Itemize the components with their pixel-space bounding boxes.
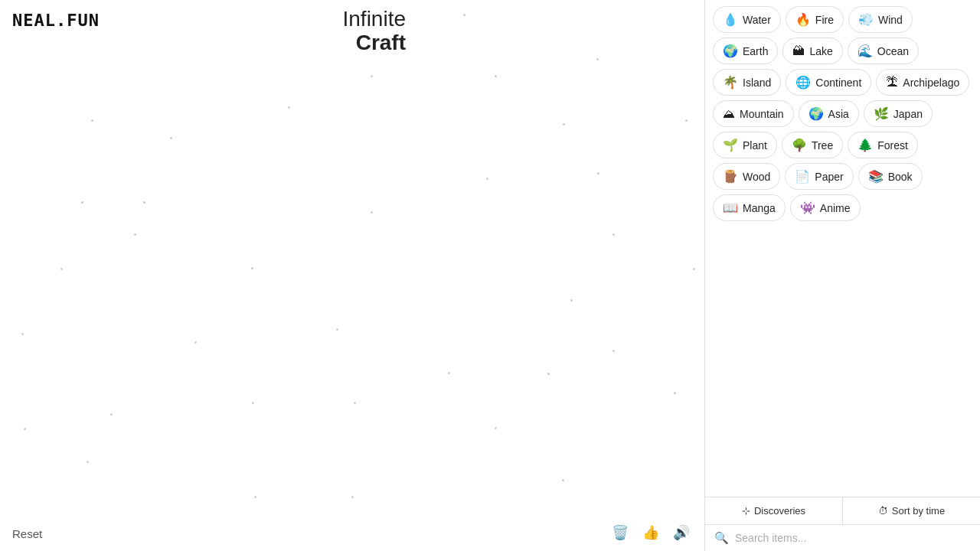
thumbsup-icon[interactable]: 👍 [640,522,662,543]
item-emoji: 🌐 [795,75,811,90]
item-island[interactable]: 🌴Island [713,69,781,96]
item-wood[interactable]: 🪵Wood [713,163,780,190]
dot [674,392,676,394]
item-emoji: 🌲 [858,138,873,152]
item-ocean[interactable]: 🌊Ocean [848,37,919,64]
item-label: Tree [812,139,833,152]
item-emoji: 🪵 [723,169,738,184]
sort-label: Sort by time [892,505,945,517]
item-emoji: 🌊 [858,44,873,58]
dot [486,178,488,180]
item-archipelago[interactable]: 🏝Archipelago [876,69,969,96]
dot [693,268,695,270]
dot [288,106,290,109]
dot [612,350,615,352]
item-label: Island [743,77,771,89]
dot [81,201,83,204]
dot [562,479,564,481]
item-emoji: 💧 [723,12,738,27]
canvas-area[interactable]: NEAL.FUN Infinite Craft Reset 🗑️ 👍 🔊 [0,0,704,551]
item-label: Wood [743,171,770,183]
item-continent[interactable]: 🌐Continent [786,69,871,96]
dot [91,119,93,122]
dot [596,58,599,60]
item-label: Water [743,14,771,26]
item-emoji: 👾 [800,201,815,215]
item-label: Paper [815,171,843,183]
item-emoji: 🌿 [874,106,889,121]
item-label: Asia [828,108,849,120]
dot [354,402,356,404]
logo: NEAL.FUN [12,11,100,30]
dot [597,172,599,174]
dot [570,299,573,302]
search-input[interactable] [735,532,971,544]
item-label: Anime [820,202,851,214]
item-emoji: 📚 [868,169,884,184]
item-label: Book [888,171,913,183]
dot [134,233,136,236]
item-forest[interactable]: 🌲Forest [848,132,918,158]
item-emoji: 🏔 [792,44,805,58]
item-emoji: 💨 [858,12,874,27]
item-wind[interactable]: 💨Wind [848,6,913,33]
dot [371,75,373,77]
item-earth[interactable]: 🌍Earth [713,37,778,64]
dot [60,268,63,270]
dot [563,123,565,126]
dot [448,372,450,374]
item-label: Ocean [877,45,909,57]
item-water[interactable]: 💧Water [713,6,781,33]
item-label: Plant [743,139,767,152]
item-asia[interactable]: 🌍Asia [799,100,859,127]
dot [143,201,145,204]
dot [194,341,197,344]
item-anime[interactable]: 👾Anime [790,194,861,221]
discoveries-icon: ⊹ [742,505,750,517]
item-label: Wind [878,14,903,26]
item-label: Mountain [740,108,784,120]
trash-icon[interactable]: 🗑️ [609,522,631,543]
item-emoji: 📖 [723,201,738,215]
item-fire[interactable]: 🔥Fire [786,6,844,33]
item-emoji: 📄 [795,169,810,184]
sidebar: 💧Water🔥Fire💨Wind🌍Earth🏔Lake🌊Ocean🌴Island… [704,0,980,551]
tab-discoveries[interactable]: ⊹ Discoveries [705,497,843,524]
dot [254,496,256,498]
item-japan[interactable]: 🌿Japan [864,100,933,127]
dot [24,428,26,430]
dot [87,461,89,463]
dot [495,75,497,77]
volume-icon[interactable]: 🔊 [671,522,692,543]
item-label: Lake [809,45,832,57]
item-emoji: 🌍 [808,106,824,121]
item-plant[interactable]: 🌱Plant [713,132,777,158]
dot [351,496,354,498]
item-mountain[interactable]: ⛰Mountain [713,100,794,127]
item-emoji: 🔥 [795,12,811,27]
item-emoji: 🏝 [886,76,898,90]
dot [371,211,373,214]
dot [110,413,113,416]
dot [21,333,24,335]
dot [495,427,497,429]
item-label: Fire [815,14,834,26]
item-emoji: 🌴 [723,75,738,90]
item-emoji: 🌳 [792,138,807,152]
dot [612,233,615,236]
item-emoji: 🌍 [723,44,738,58]
tab-sort[interactable]: ⏱ Sort by time [843,497,980,524]
item-label: Earth [743,45,768,57]
item-tree[interactable]: 🌳Tree [782,132,843,158]
reset-button[interactable]: Reset [12,527,42,540]
sidebar-bottom: ⊹ Discoveries ⏱ Sort by time 🔍 [705,497,980,551]
item-emoji: 🌱 [723,138,738,152]
dot [685,119,688,122]
item-manga[interactable]: 📖Manga [713,194,786,221]
item-paper[interactable]: 📄Paper [785,163,853,190]
item-lake[interactable]: 🏔Lake [782,37,842,64]
dot [547,373,550,375]
sidebar-tabs: ⊹ Discoveries ⏱ Sort by time [705,497,980,525]
item-book[interactable]: 📚Book [858,163,923,190]
item-label: Japan [893,108,923,120]
